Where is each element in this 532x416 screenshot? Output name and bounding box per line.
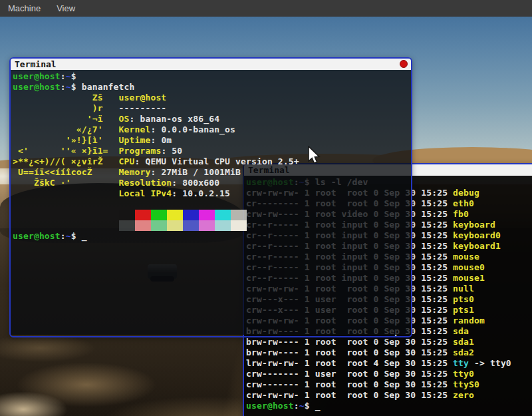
palette-swatch (183, 220, 199, 231)
prompt-line: user@host:~$ bananfetch (13, 82, 411, 93)
device-row: crw-rw-rw- 1 root root 0 Sep 30 15:25 ze… (246, 390, 532, 401)
menu-bar: Machine View (0, 0, 532, 17)
fetch-line: U==íï<<ííîcocŽ Memory: 27MiB / 1001MiB (13, 167, 411, 178)
menu-item-view[interactable]: View (49, 1, 83, 16)
palette-swatch (231, 220, 247, 231)
color-palette-row (13, 220, 411, 231)
fetch-line: <' ''« ×}ï1= Programs: 50 (13, 146, 411, 156)
fetch-line: '¬ï OS: banan-os x86_64 (13, 114, 411, 124)
terminal1-title: Terminal (15, 59, 57, 69)
terminal1-content[interactable]: user@host:~$ user@host:~$ bananfetch Zš … (11, 70, 411, 335)
prompt-line: user@host:~$ (13, 71, 411, 82)
palette-swatch (199, 210, 215, 220)
fetch-line: Zš user@host (13, 93, 411, 103)
fetch-line: )r --------- (13, 103, 411, 114)
device-row: brw-rw---- 1 root root 0 Sep 30 15:25 sd… (246, 337, 532, 347)
palette-swatch (215, 210, 231, 220)
fetch-line: ŽškC ·' Resolution: 800x600 (13, 178, 411, 188)
palette-swatch (183, 210, 199, 220)
palette-swatch (167, 220, 183, 231)
vm-window: Machine View Terminal user@host:~$ ls -l… (0, 0, 532, 416)
terminal1-titlebar[interactable]: Terminal (11, 59, 411, 70)
menu-item-machine[interactable]: Machine (0, 1, 49, 16)
palette-swatch (119, 210, 135, 220)
terminal-window-bananfetch[interactable]: Terminal user@host:~$ user@host:~$ banan… (9, 57, 412, 337)
mouse-pointer-icon (307, 146, 322, 166)
palette-swatch (119, 220, 135, 231)
palette-swatch (135, 210, 151, 220)
palette-swatch (135, 220, 151, 231)
palette-swatch (167, 210, 183, 220)
color-palette-row (13, 210, 411, 220)
fetch-line: '»!}[ì' Uptime: 0m (13, 135, 411, 146)
palette-swatch (199, 220, 215, 231)
close-button-icon[interactable] (400, 60, 408, 68)
fetch-line: Local IPv4: 10.0.2.15 (13, 188, 411, 199)
device-row: brw-rw---- 1 root root 0 Sep 30 15:25 sd… (246, 347, 532, 358)
blank-line (13, 199, 411, 210)
device-row: lrw-rw-rw- 1 root root 4 Sep 30 15:25 tt… (246, 358, 532, 369)
palette-swatch (151, 210, 167, 220)
palette-swatch (151, 220, 167, 231)
prompt-line: user@host:~$ _ (246, 401, 532, 411)
palette-swatch (215, 220, 231, 231)
device-row: crw------- 1 user root 0 Sep 30 15:25 tt… (246, 369, 532, 379)
prompt-line: user@host:~$ _ (13, 231, 411, 242)
device-row: crw------- 1 root root 0 Sep 30 15:25 tt… (246, 379, 532, 390)
fetch-line: >**¿<+)//( ×¿vîrŽ CPU: QEMU Virtual CPU … (13, 156, 411, 167)
fetch-line: «/¿7' Kernel: 0.0.0-banan_os (13, 124, 411, 135)
palette-swatch (231, 210, 247, 220)
